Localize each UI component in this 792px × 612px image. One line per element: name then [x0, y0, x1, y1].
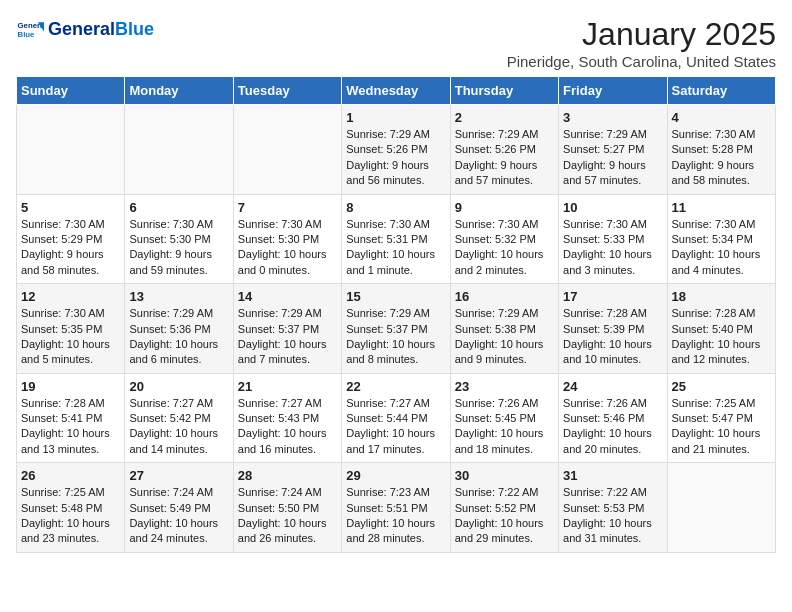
day-info: Sunrise: 7:30 AM Sunset: 5:33 PM Dayligh… — [563, 217, 662, 279]
day-number: 25 — [672, 379, 771, 394]
day-number: 22 — [346, 379, 445, 394]
day-number: 8 — [346, 200, 445, 215]
calendar-cell: 24Sunrise: 7:26 AM Sunset: 5:46 PM Dayli… — [559, 373, 667, 463]
header: General Blue GeneralBlue January 2025 Pi… — [16, 16, 776, 70]
day-info: Sunrise: 7:29 AM Sunset: 5:26 PM Dayligh… — [346, 127, 445, 189]
day-info: Sunrise: 7:26 AM Sunset: 5:46 PM Dayligh… — [563, 396, 662, 458]
day-info: Sunrise: 7:22 AM Sunset: 5:52 PM Dayligh… — [455, 485, 554, 547]
calendar-cell: 18Sunrise: 7:28 AM Sunset: 5:40 PM Dayli… — [667, 284, 775, 374]
col-wednesday: Wednesday — [342, 77, 450, 105]
calendar-cell: 30Sunrise: 7:22 AM Sunset: 5:52 PM Dayli… — [450, 463, 558, 553]
day-number: 24 — [563, 379, 662, 394]
day-number: 31 — [563, 468, 662, 483]
day-number: 5 — [21, 200, 120, 215]
logo: General Blue GeneralBlue — [16, 16, 154, 44]
calendar-cell: 28Sunrise: 7:24 AM Sunset: 5:50 PM Dayli… — [233, 463, 341, 553]
calendar-cell: 16Sunrise: 7:29 AM Sunset: 5:38 PM Dayli… — [450, 284, 558, 374]
calendar-cell: 11Sunrise: 7:30 AM Sunset: 5:34 PM Dayli… — [667, 194, 775, 284]
calendar-week-row: 19Sunrise: 7:28 AM Sunset: 5:41 PM Dayli… — [17, 373, 776, 463]
logo-text1: General — [48, 19, 115, 39]
day-number: 13 — [129, 289, 228, 304]
day-info: Sunrise: 7:30 AM Sunset: 5:30 PM Dayligh… — [129, 217, 228, 279]
calendar-cell: 19Sunrise: 7:28 AM Sunset: 5:41 PM Dayli… — [17, 373, 125, 463]
calendar-cell — [17, 105, 125, 195]
day-info: Sunrise: 7:24 AM Sunset: 5:50 PM Dayligh… — [238, 485, 337, 547]
calendar-cell: 5Sunrise: 7:30 AM Sunset: 5:29 PM Daylig… — [17, 194, 125, 284]
calendar-cell — [125, 105, 233, 195]
col-sunday: Sunday — [17, 77, 125, 105]
day-number: 23 — [455, 379, 554, 394]
day-number: 3 — [563, 110, 662, 125]
col-thursday: Thursday — [450, 77, 558, 105]
day-number: 11 — [672, 200, 771, 215]
col-saturday: Saturday — [667, 77, 775, 105]
header-row: Sunday Monday Tuesday Wednesday Thursday… — [17, 77, 776, 105]
logo-text2: Blue — [115, 19, 154, 39]
day-info: Sunrise: 7:28 AM Sunset: 5:41 PM Dayligh… — [21, 396, 120, 458]
day-info: Sunrise: 7:30 AM Sunset: 5:28 PM Dayligh… — [672, 127, 771, 189]
calendar-cell: 4Sunrise: 7:30 AM Sunset: 5:28 PM Daylig… — [667, 105, 775, 195]
day-number: 17 — [563, 289, 662, 304]
day-info: Sunrise: 7:29 AM Sunset: 5:36 PM Dayligh… — [129, 306, 228, 368]
col-tuesday: Tuesday — [233, 77, 341, 105]
day-info: Sunrise: 7:29 AM Sunset: 5:26 PM Dayligh… — [455, 127, 554, 189]
day-info: Sunrise: 7:29 AM Sunset: 5:27 PM Dayligh… — [563, 127, 662, 189]
day-number: 18 — [672, 289, 771, 304]
logo-text: GeneralBlue — [48, 20, 154, 40]
day-info: Sunrise: 7:28 AM Sunset: 5:39 PM Dayligh… — [563, 306, 662, 368]
day-info: Sunrise: 7:29 AM Sunset: 5:37 PM Dayligh… — [346, 306, 445, 368]
calendar-week-row: 1Sunrise: 7:29 AM Sunset: 5:26 PM Daylig… — [17, 105, 776, 195]
day-info: Sunrise: 7:30 AM Sunset: 5:31 PM Dayligh… — [346, 217, 445, 279]
calendar-cell: 21Sunrise: 7:27 AM Sunset: 5:43 PM Dayli… — [233, 373, 341, 463]
day-info: Sunrise: 7:28 AM Sunset: 5:40 PM Dayligh… — [672, 306, 771, 368]
day-info: Sunrise: 7:29 AM Sunset: 5:38 PM Dayligh… — [455, 306, 554, 368]
calendar-cell: 15Sunrise: 7:29 AM Sunset: 5:37 PM Dayli… — [342, 284, 450, 374]
day-info: Sunrise: 7:27 AM Sunset: 5:42 PM Dayligh… — [129, 396, 228, 458]
day-info: Sunrise: 7:30 AM Sunset: 5:35 PM Dayligh… — [21, 306, 120, 368]
day-number: 15 — [346, 289, 445, 304]
title-block: January 2025 Pineridge, South Carolina, … — [507, 16, 776, 70]
day-number: 4 — [672, 110, 771, 125]
calendar-cell — [667, 463, 775, 553]
day-number: 10 — [563, 200, 662, 215]
calendar-cell: 22Sunrise: 7:27 AM Sunset: 5:44 PM Dayli… — [342, 373, 450, 463]
day-number: 2 — [455, 110, 554, 125]
calendar-body: 1Sunrise: 7:29 AM Sunset: 5:26 PM Daylig… — [17, 105, 776, 553]
day-info: Sunrise: 7:29 AM Sunset: 5:37 PM Dayligh… — [238, 306, 337, 368]
calendar-cell: 14Sunrise: 7:29 AM Sunset: 5:37 PM Dayli… — [233, 284, 341, 374]
day-number: 19 — [21, 379, 120, 394]
col-monday: Monday — [125, 77, 233, 105]
calendar-cell: 31Sunrise: 7:22 AM Sunset: 5:53 PM Dayli… — [559, 463, 667, 553]
day-number: 30 — [455, 468, 554, 483]
day-info: Sunrise: 7:23 AM Sunset: 5:51 PM Dayligh… — [346, 485, 445, 547]
day-number: 1 — [346, 110, 445, 125]
calendar-cell: 7Sunrise: 7:30 AM Sunset: 5:30 PM Daylig… — [233, 194, 341, 284]
day-info: Sunrise: 7:26 AM Sunset: 5:45 PM Dayligh… — [455, 396, 554, 458]
day-number: 28 — [238, 468, 337, 483]
calendar-week-row: 5Sunrise: 7:30 AM Sunset: 5:29 PM Daylig… — [17, 194, 776, 284]
calendar-cell: 27Sunrise: 7:24 AM Sunset: 5:49 PM Dayli… — [125, 463, 233, 553]
calendar-week-row: 26Sunrise: 7:25 AM Sunset: 5:48 PM Dayli… — [17, 463, 776, 553]
calendar-header: Sunday Monday Tuesday Wednesday Thursday… — [17, 77, 776, 105]
day-number: 16 — [455, 289, 554, 304]
logo-icon: General Blue — [16, 16, 44, 44]
svg-text:Blue: Blue — [18, 30, 36, 39]
day-info: Sunrise: 7:22 AM Sunset: 5:53 PM Dayligh… — [563, 485, 662, 547]
calendar-cell: 26Sunrise: 7:25 AM Sunset: 5:48 PM Dayli… — [17, 463, 125, 553]
subtitle: Pineridge, South Carolina, United States — [507, 53, 776, 70]
day-info: Sunrise: 7:25 AM Sunset: 5:48 PM Dayligh… — [21, 485, 120, 547]
day-number: 7 — [238, 200, 337, 215]
col-friday: Friday — [559, 77, 667, 105]
day-number: 12 — [21, 289, 120, 304]
calendar-cell: 20Sunrise: 7:27 AM Sunset: 5:42 PM Dayli… — [125, 373, 233, 463]
calendar-cell: 1Sunrise: 7:29 AM Sunset: 5:26 PM Daylig… — [342, 105, 450, 195]
day-number: 20 — [129, 379, 228, 394]
main-title: January 2025 — [507, 16, 776, 53]
day-number: 6 — [129, 200, 228, 215]
page: General Blue GeneralBlue January 2025 Pi… — [0, 0, 792, 569]
calendar-cell: 12Sunrise: 7:30 AM Sunset: 5:35 PM Dayli… — [17, 284, 125, 374]
day-number: 26 — [21, 468, 120, 483]
calendar-cell: 29Sunrise: 7:23 AM Sunset: 5:51 PM Dayli… — [342, 463, 450, 553]
day-info: Sunrise: 7:25 AM Sunset: 5:47 PM Dayligh… — [672, 396, 771, 458]
calendar-cell: 13Sunrise: 7:29 AM Sunset: 5:36 PM Dayli… — [125, 284, 233, 374]
